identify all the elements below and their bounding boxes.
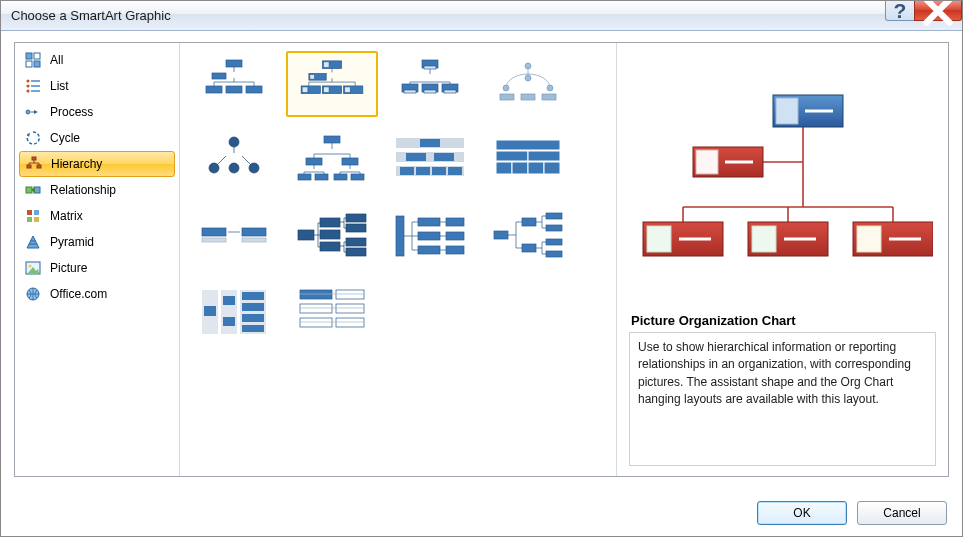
- svg-rect-108: [446, 246, 464, 254]
- svg-point-55: [503, 85, 509, 91]
- svg-rect-83: [496, 151, 528, 161]
- layout-thumb[interactable]: [286, 127, 378, 193]
- layout-thumb[interactable]: [286, 279, 378, 345]
- svg-rect-125: [242, 325, 264, 332]
- svg-rect-86: [512, 162, 528, 174]
- svg-rect-80: [432, 167, 446, 175]
- layout-gallery: [180, 43, 616, 476]
- category-matrix[interactable]: Matrix: [19, 203, 175, 229]
- svg-rect-142: [776, 98, 798, 124]
- layout-thumb[interactable]: [188, 127, 280, 193]
- svg-rect-91: [202, 238, 226, 242]
- cancel-button[interactable]: Cancel: [857, 501, 947, 525]
- svg-rect-151: [752, 226, 776, 252]
- window-title: Choose a SmartArt Graphic: [11, 8, 886, 23]
- svg-rect-114: [546, 239, 562, 245]
- svg-rect-97: [320, 242, 340, 251]
- category-process[interactable]: Process: [19, 99, 175, 125]
- category-label: Picture: [50, 261, 87, 275]
- svg-rect-123: [242, 303, 264, 311]
- svg-rect-66: [306, 158, 322, 165]
- svg-rect-32: [212, 73, 226, 79]
- process-icon: [25, 104, 41, 120]
- category-officecom[interactable]: Office.com: [19, 281, 175, 307]
- dialog-body: All List Process Cycle Hierarchy Relatio…: [14, 42, 949, 477]
- svg-rect-6: [31, 80, 40, 82]
- category-hierarchy[interactable]: Hierarchy: [19, 151, 175, 177]
- svg-marker-12: [34, 110, 38, 114]
- layout-thumb[interactable]: [482, 203, 574, 269]
- preview-image: [629, 57, 936, 307]
- svg-rect-1: [26, 53, 32, 59]
- category-cycle[interactable]: Cycle: [19, 125, 175, 151]
- svg-rect-96: [320, 230, 340, 239]
- svg-rect-87: [528, 162, 544, 174]
- category-list: All List Process Cycle Hierarchy Relatio…: [15, 43, 180, 476]
- category-relationship[interactable]: Relationship: [19, 177, 175, 203]
- svg-rect-88: [544, 162, 560, 174]
- category-list-item[interactable]: List: [19, 73, 175, 99]
- svg-rect-85: [496, 162, 512, 174]
- svg-rect-59: [521, 94, 535, 100]
- category-label: Office.com: [50, 287, 107, 301]
- svg-rect-4: [34, 61, 40, 67]
- svg-rect-131: [336, 318, 364, 327]
- svg-rect-126: [300, 290, 332, 299]
- svg-rect-130: [300, 318, 332, 327]
- svg-rect-67: [342, 158, 358, 165]
- layout-thumb[interactable]: [286, 203, 378, 269]
- ok-button[interactable]: OK: [757, 501, 847, 525]
- relationship-icon: [25, 182, 41, 198]
- svg-rect-81: [448, 167, 462, 175]
- svg-rect-58: [500, 94, 514, 100]
- svg-rect-49: [404, 90, 416, 93]
- svg-rect-53: [444, 90, 456, 93]
- layout-thumb[interactable]: [188, 51, 280, 117]
- svg-rect-15: [27, 165, 31, 168]
- svg-rect-8: [31, 85, 40, 87]
- category-all[interactable]: All: [19, 47, 175, 73]
- layout-thumb[interactable]: [384, 51, 476, 117]
- svg-rect-103: [418, 218, 440, 226]
- category-label: Relationship: [50, 183, 116, 197]
- close-button[interactable]: [914, 1, 962, 21]
- svg-rect-99: [346, 224, 366, 232]
- help-button[interactable]: ?: [885, 1, 915, 21]
- hierarchy-icon: [26, 156, 42, 172]
- category-label: Matrix: [50, 209, 83, 223]
- category-picture[interactable]: Picture: [19, 255, 175, 281]
- layout-thumb[interactable]: [384, 203, 476, 269]
- svg-rect-79: [416, 167, 430, 175]
- svg-rect-60: [542, 94, 556, 100]
- category-label: Cycle: [50, 131, 80, 145]
- layout-thumb[interactable]: [482, 127, 574, 193]
- svg-rect-154: [857, 226, 881, 252]
- svg-rect-107: [446, 232, 464, 240]
- all-icon: [25, 52, 41, 68]
- layout-thumb[interactable]: [384, 127, 476, 193]
- titlebar: Choose a SmartArt Graphic ?: [1, 1, 962, 31]
- svg-rect-94: [298, 230, 314, 240]
- cycle-icon: [25, 130, 41, 146]
- svg-point-56: [525, 75, 531, 81]
- svg-rect-23: [34, 217, 39, 222]
- svg-rect-111: [522, 244, 536, 252]
- layout-thumb[interactable]: [482, 51, 574, 117]
- layout-thumb-selected[interactable]: [286, 51, 378, 117]
- svg-rect-68: [298, 174, 311, 180]
- svg-rect-98: [346, 214, 366, 222]
- svg-rect-148: [647, 226, 671, 252]
- category-pyramid[interactable]: Pyramid: [19, 229, 175, 255]
- svg-rect-84: [528, 151, 560, 161]
- matrix-icon: [25, 208, 41, 224]
- pyramid-icon: [25, 234, 41, 250]
- svg-point-61: [229, 137, 239, 147]
- svg-point-62: [209, 163, 219, 173]
- preview-pane: Picture Organization Chart Use to show h…: [616, 43, 948, 476]
- svg-rect-16: [37, 165, 41, 168]
- svg-rect-73: [420, 139, 440, 147]
- svg-rect-33: [206, 86, 222, 93]
- layout-thumb[interactable]: [188, 203, 280, 269]
- layout-thumb[interactable]: [188, 279, 280, 345]
- svg-point-7: [26, 84, 29, 87]
